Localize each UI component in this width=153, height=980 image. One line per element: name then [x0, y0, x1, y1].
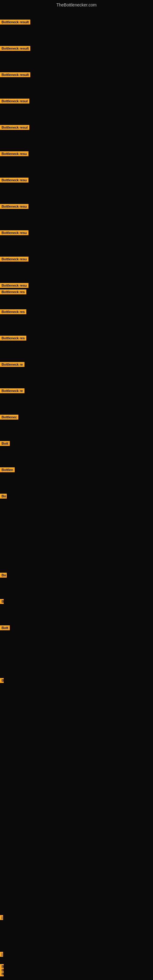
bottleneck-result-label: Bottlenec — [0, 415, 18, 420]
bottleneck-result-label: Bottleneck res — [0, 309, 26, 314]
bottleneck-result-label: Bottleneck resu — [0, 257, 29, 261]
bottleneck-result-label: Bo — [0, 573, 7, 578]
bottleneck-result-label: Bo — [0, 494, 7, 499]
bottleneck-result-label: Bottleneck re — [0, 388, 24, 393]
bottleneck-result-label: Bott — [0, 625, 10, 630]
bottleneck-result-label: Bott — [0, 441, 10, 446]
bottleneck-result-label: Bottleneck result — [0, 20, 30, 24]
bottleneck-result-label: B — [0, 678, 4, 683]
bottleneck-result-label: Bottleneck res — [0, 290, 26, 294]
bottleneck-result-label: Bottlen — [0, 467, 15, 472]
site-title: TheBottlenecker.com — [0, 0, 153, 9]
bottleneck-result-label: Bottleneck result — [0, 72, 30, 77]
bottleneck-result-label: Bottleneck resu — [0, 204, 29, 209]
bottleneck-result-label: Bottleneck resu — [0, 283, 29, 288]
bottleneck-result-label: Bottleneck resul — [0, 125, 29, 130]
bottleneck-result-label: Bottleneck resul — [0, 99, 29, 103]
bottleneck-result-label: Bottleneck re — [0, 362, 24, 367]
bottleneck-result-label: Bottleneck res — [0, 336, 26, 340]
bottleneck-result-label: | — [0, 952, 3, 957]
bottleneck-result-label: B — [0, 971, 4, 976]
bottleneck-result-label: Bottleneck resu — [0, 178, 29, 183]
bottleneck-result-label: Bottleneck resu — [0, 151, 29, 156]
bottleneck-result-label: | — [0, 915, 3, 920]
bottleneck-result-label: Bottleneck result — [0, 46, 30, 51]
bottleneck-result-label: Bottleneck resu — [0, 230, 29, 235]
bottleneck-result-label: B — [0, 599, 4, 604]
